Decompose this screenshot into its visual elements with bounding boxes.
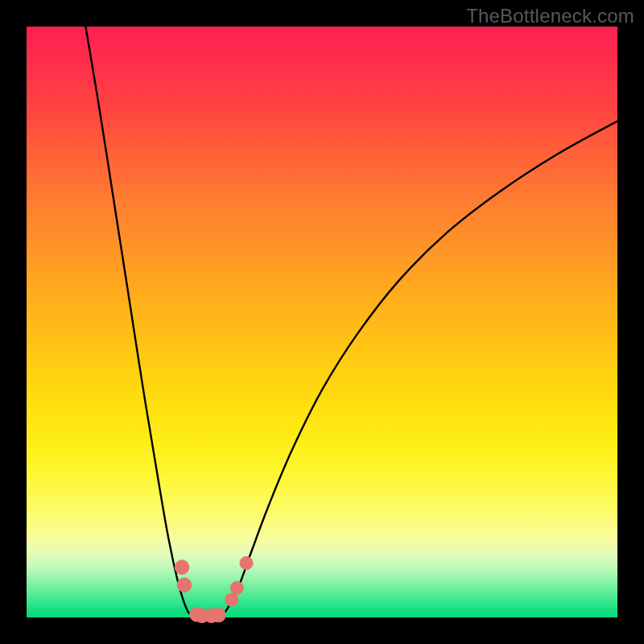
- data-marker: [240, 556, 253, 569]
- chart-frame: TheBottleneck.com: [0, 0, 644, 644]
- data-marker: [230, 581, 243, 594]
- curve-group: [85, 27, 617, 617]
- data-marker: [212, 608, 226, 622]
- data-marker: [175, 560, 189, 575]
- data-marker: [177, 578, 192, 592]
- plot-area: [27, 27, 617, 617]
- watermark-text: TheBottleneck.com: [466, 5, 634, 27]
- bottleneck-curve: [85, 27, 617, 617]
- data-marker: [225, 593, 238, 606]
- bottleneck-curve-svg: [27, 27, 617, 617]
- marker-group: [175, 556, 253, 622]
